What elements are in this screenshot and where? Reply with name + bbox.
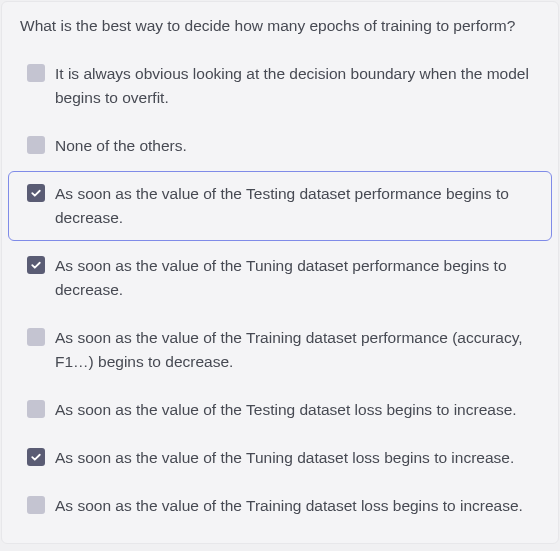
option-label: As soon as the value of the Training dat… <box>55 494 533 518</box>
checkbox[interactable] <box>27 256 45 274</box>
check-icon <box>30 451 42 463</box>
option-label: As soon as the value of the Testing data… <box>55 398 533 422</box>
checkbox[interactable] <box>27 400 45 418</box>
option-row[interactable]: As soon as the value of the Training dat… <box>8 315 552 385</box>
option-row[interactable]: As soon as the value of the Testing data… <box>8 387 552 433</box>
option-row[interactable]: None of the others. <box>8 123 552 169</box>
checkbox[interactable] <box>27 184 45 202</box>
option-label: As soon as the value of the Testing data… <box>55 182 533 230</box>
options-list: It is always obvious looking at the deci… <box>2 51 558 529</box>
option-row[interactable]: It is always obvious looking at the deci… <box>8 51 552 121</box>
option-label: As soon as the value of the Tuning datas… <box>55 446 533 470</box>
checkbox[interactable] <box>27 448 45 466</box>
option-row[interactable]: As soon as the value of the Tuning datas… <box>8 243 552 313</box>
checkbox[interactable] <box>27 64 45 82</box>
check-icon <box>30 187 42 199</box>
question-card: What is the best way to decide how many … <box>1 1 559 544</box>
option-row[interactable]: As soon as the value of the Testing data… <box>8 171 552 241</box>
option-row[interactable]: As soon as the value of the Tuning datas… <box>8 435 552 481</box>
check-icon <box>30 259 42 271</box>
option-label: As soon as the value of the Training dat… <box>55 326 533 374</box>
option-label: It is always obvious looking at the deci… <box>55 62 533 110</box>
checkbox[interactable] <box>27 328 45 346</box>
option-row[interactable]: As soon as the value of the Training dat… <box>8 483 552 529</box>
checkbox[interactable] <box>27 496 45 514</box>
option-label: None of the others. <box>55 134 533 158</box>
option-label: As soon as the value of the Tuning datas… <box>55 254 533 302</box>
question-text: What is the best way to decide how many … <box>2 10 558 49</box>
checkbox[interactable] <box>27 136 45 154</box>
